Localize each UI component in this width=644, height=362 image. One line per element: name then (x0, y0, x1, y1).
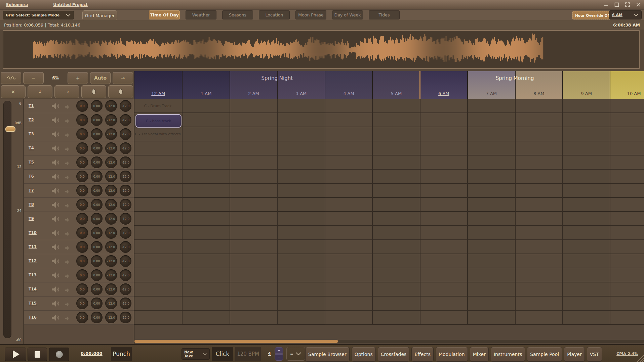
speaker-icon[interactable] (51, 117, 60, 125)
hour-column-4-am[interactable]: 4 AM (325, 71, 372, 99)
send-b-knob[interactable]: -12.0 (120, 128, 131, 140)
send-b-knob[interactable]: -12.0 (120, 185, 131, 196)
send-b-knob[interactable]: -12.0 (120, 312, 131, 323)
send-b-knob[interactable]: -12.0 (120, 213, 131, 225)
hour-column-12-am[interactable]: 12 AM (134, 71, 182, 99)
grid-column-9-am[interactable] (562, 99, 610, 325)
hour-column-1-am[interactable]: 1 AM (182, 71, 229, 99)
mute-speaker-icon[interactable] (65, 273, 70, 280)
send-a-knob[interactable]: -12.0 (105, 199, 117, 211)
zoom-in-button[interactable]: + (68, 72, 88, 84)
send-b-knob[interactable]: -12.0 (120, 269, 131, 281)
horizontal-scrollbar-thumb[interactable] (134, 340, 338, 343)
pan-knob[interactable]: 0.00 (91, 142, 103, 154)
pan-knob[interactable]: 0.00 (91, 227, 103, 239)
volume-knob[interactable]: 0.0 (76, 142, 88, 154)
pan-knob[interactable]: 0.00 (91, 255, 103, 267)
send-b-knob[interactable]: -12.0 (120, 255, 131, 267)
menu-project-name[interactable]: Untitled Project (53, 2, 88, 7)
vst-button[interactable]: VST (587, 347, 602, 362)
mute-speaker-icon[interactable] (65, 217, 70, 223)
send-b-knob[interactable]: -12.0 (120, 171, 131, 182)
hour-select-dropdown[interactable]: 6 AM (609, 10, 642, 19)
minimize-icon[interactable] (603, 2, 609, 8)
track-name[interactable]: T1 (29, 103, 34, 108)
volume-knob[interactable]: 0.0 (76, 199, 88, 211)
volume-knob[interactable]: 0.0 (76, 283, 88, 295)
grid-column-4-am[interactable] (325, 99, 372, 325)
options-button[interactable]: Options (352, 347, 376, 362)
mute-speaker-icon[interactable] (65, 132, 70, 139)
volume-knob[interactable]: 0.0 (76, 185, 88, 196)
hour-override-button[interactable]: Hour Override ON (572, 11, 613, 19)
speaker-icon[interactable] (51, 216, 60, 224)
speaker-icon[interactable] (51, 300, 60, 308)
hour-column-10-am[interactable]: 10 AM (610, 71, 644, 99)
hour-label[interactable]: 7 AM (468, 91, 515, 96)
mute-speaker-icon[interactable] (65, 316, 70, 322)
send-a-knob[interactable]: -12.0 (105, 114, 117, 126)
record-button[interactable] (49, 348, 69, 361)
speaker-icon[interactable] (51, 131, 60, 139)
tab-moon-phase[interactable]: Moon Phase (295, 10, 326, 19)
send-b-knob[interactable]: -12.0 (120, 114, 131, 126)
track-name[interactable]: T11 (29, 244, 37, 249)
horizontal-scrollbar[interactable] (134, 340, 644, 343)
mute-speaker-icon[interactable] (65, 287, 70, 294)
speaker-icon[interactable] (51, 244, 60, 252)
grid-column-8-am[interactable] (515, 99, 562, 325)
grid-column-7-am[interactable] (467, 99, 515, 325)
send-b-knob[interactable]: -12.0 (120, 227, 131, 239)
speaker-icon[interactable] (51, 201, 60, 210)
clock-readout[interactable]: 6:00:38 AM (613, 22, 640, 28)
pan-knob[interactable]: 0.00 (91, 312, 103, 323)
track-name[interactable]: T10 (29, 230, 37, 235)
pan-knob[interactable]: 0.00 (91, 269, 103, 281)
speaker-icon[interactable] (51, 230, 60, 238)
stop-button[interactable] (28, 348, 47, 361)
crossfades-button[interactable]: Crossfades (378, 347, 410, 362)
zoom-level[interactable]: 6% (46, 72, 66, 84)
master-fader-handle[interactable] (5, 126, 15, 132)
volume-knob[interactable]: 0.0 (76, 128, 88, 140)
hour-label[interactable]: 8 AM (516, 91, 562, 96)
volume-knob[interactable]: 0.0 (76, 269, 88, 281)
loop-end-button[interactable] (108, 85, 133, 98)
grid-column-10-am[interactable] (610, 99, 644, 325)
hour-label[interactable]: 4 AM (325, 91, 372, 96)
bpm-display[interactable]: 120 BPM (235, 347, 261, 361)
close-icon[interactable] (635, 2, 641, 8)
hour-label[interactable]: 3 AM (278, 91, 324, 96)
master-fader-track[interactable] (3, 101, 11, 338)
volume-knob[interactable]: 0.0 (76, 213, 88, 225)
beats-increment-button[interactable]: + (275, 347, 283, 354)
player-button[interactable]: Player (564, 347, 585, 362)
move-right-button[interactable]: → (54, 85, 79, 98)
beats-value[interactable]: 4 (268, 351, 271, 356)
pan-knob[interactable]: 0.00 (91, 128, 103, 140)
zoom-out-button[interactable]: − (23, 72, 44, 84)
speaker-icon[interactable] (51, 314, 60, 322)
track-name[interactable]: T13 (29, 273, 37, 277)
track-name[interactable]: T2 (29, 118, 34, 122)
loop-start-button[interactable] (81, 85, 106, 98)
mute-speaker-icon[interactable] (65, 161, 70, 167)
speaker-icon[interactable] (51, 159, 60, 167)
grid-column-3-am[interactable] (277, 99, 324, 325)
send-a-knob[interactable]: -12.0 (105, 298, 117, 309)
track-name[interactable]: T9 (29, 216, 34, 221)
send-a-knob[interactable]: -12.0 (105, 312, 117, 323)
volume-knob[interactable]: 0.0 (76, 156, 88, 168)
send-a-knob[interactable]: -12.0 (105, 185, 117, 196)
hour-column-5-am[interactable]: 5 AM (372, 71, 419, 99)
track-name[interactable]: T16 (29, 315, 37, 320)
hour-label[interactable]: 6 AM (420, 91, 467, 96)
scroll-right-button[interactable]: → (113, 72, 133, 84)
note-value-dropdown[interactable]: = (286, 347, 305, 361)
volume-knob[interactable]: 0.0 (76, 171, 88, 182)
send-a-knob[interactable]: -12.0 (105, 156, 117, 168)
grid-column-5-am[interactable] (372, 99, 419, 325)
hour-label[interactable]: 5 AM (373, 91, 419, 96)
track-name[interactable]: T7 (29, 188, 34, 193)
mute-speaker-icon[interactable] (65, 118, 70, 125)
